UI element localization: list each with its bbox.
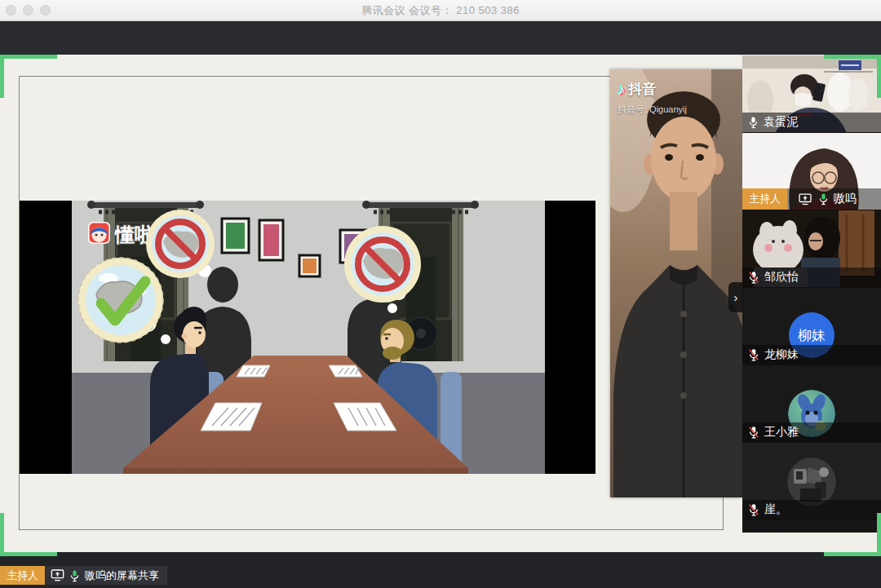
mic-active-icon xyxy=(69,569,80,582)
participant-name: 邹欣怡 xyxy=(764,270,799,285)
participant-tile[interactable]: 王小雅 xyxy=(742,365,881,443)
donla-logo: 懂啦 xyxy=(88,222,154,245)
host-badge: 主持人 xyxy=(742,188,787,210)
mic-muted-icon xyxy=(748,271,759,284)
participant-name: 袁蛋泥 xyxy=(764,115,798,130)
screen-share-icon xyxy=(799,193,812,206)
collapse-sidebar-button[interactable]: › xyxy=(728,282,743,312)
bottom-bar: 主持人 嗷呜的屏幕共享 xyxy=(0,552,881,588)
screen-share-status[interactable]: 嗷呜的屏幕共享 xyxy=(46,566,167,585)
avatar xyxy=(787,458,836,506)
participant-name: 嗷呜 xyxy=(834,192,857,206)
mic-active-icon xyxy=(818,192,829,206)
thought-bubble-banned-map-left xyxy=(146,210,215,278)
mic-muted-icon xyxy=(748,426,759,439)
douyin-video-overlay[interactable]: ♪ 抖音 抖音号: Qiguanyij xyxy=(610,69,742,497)
titlebar: 腾讯会议 会议号： 210 503 386 xyxy=(0,0,881,21)
partial-next-tile xyxy=(742,520,881,532)
participant-tile[interactable]: 柳妹 龙柳妹 xyxy=(742,288,881,365)
participant-name: 王小雅 xyxy=(764,425,799,440)
participants-sidebar: 袁蛋泥 主持人 xyxy=(742,55,881,533)
top-toolbar xyxy=(0,21,881,55)
douyin-account-id: 抖音号: Qiguanyij xyxy=(618,104,687,116)
avatar-initials: 柳妹 xyxy=(798,326,826,345)
participant-tile[interactable]: 主持人 嗷呜 xyxy=(742,133,881,210)
mic-muted-icon xyxy=(748,348,759,361)
participant-tile[interactable]: 袁蛋泥 xyxy=(742,55,881,133)
host-badge: 主持人 xyxy=(0,566,45,585)
participant-tile[interactable]: 崖。 xyxy=(742,443,881,520)
douyin-note-icon: ♪ xyxy=(618,82,626,97)
mic-icon xyxy=(748,116,759,129)
tencent-meeting-window: 腾讯会议 会议号： 210 503 386 xyxy=(0,0,881,588)
grayscale-avatar-image xyxy=(787,458,836,506)
douyin-app-name: 抖音 xyxy=(629,80,657,99)
screen-share-icon xyxy=(51,569,64,581)
chevron-right-icon: › xyxy=(734,290,738,304)
video-player-letterbox: 懂啦 xyxy=(20,201,595,474)
mic-muted-icon xyxy=(748,503,759,516)
participant-name: 崖。 xyxy=(764,502,787,517)
participant-tile[interactable]: 邹欣怡 xyxy=(742,210,881,288)
window-title: 腾讯会议 会议号： 210 503 386 xyxy=(0,0,881,20)
participant-name: 龙柳妹 xyxy=(764,347,799,362)
screen-share-stage: 懂啦 xyxy=(0,55,881,552)
shared-cartoon-video: 懂啦 xyxy=(72,201,545,474)
douyin-video-frame xyxy=(610,69,742,497)
share-status-text: 嗷呜的屏幕共享 xyxy=(85,568,159,583)
